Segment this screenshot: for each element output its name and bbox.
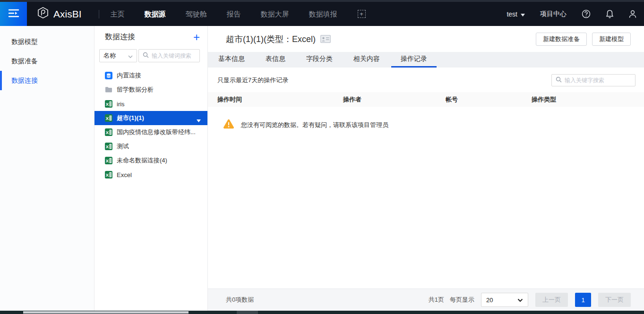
filter-field-select[interactable]: 名称 [99, 49, 137, 62]
excel-icon: X [105, 157, 112, 164]
panel-search-box [138, 49, 200, 62]
column-header: 操作者 [343, 95, 446, 104]
connection-item[interactable]: 内置连接 [94, 68, 207, 83]
nav-item[interactable]: 数据填报 [299, 2, 347, 26]
tab-表信息[interactable]: 表信息 [256, 52, 295, 68]
records-search-input[interactable] [565, 77, 631, 84]
search-icon [556, 76, 562, 85]
page-size-select[interactable]: 20 [481, 293, 528, 307]
main-area: 超市(1)(1)(类型：Excel) 新建数据准备 新建模型 基本信息表信息字段… [208, 26, 644, 311]
database-icon [105, 72, 112, 79]
pagination-footer: 共0项数据 共1页 每页显示 20 上一页 1 下一页 [208, 289, 644, 311]
nav-item[interactable]: 主页 [101, 2, 135, 26]
connection-item[interactable]: Xiris [94, 97, 207, 111]
connection-item[interactable]: 留学数据分析 [94, 83, 207, 97]
title-bar: 超市(1)(1)(类型：Excel) 新建数据准备 新建模型 [208, 26, 644, 52]
connection-item[interactable]: X超市(1)(1) [94, 111, 207, 125]
nav-menu: 主页数据源驾驶舱报告数据大屏数据填报 [101, 2, 347, 26]
connection-item-label: 国内疫情信息修改版带经纬... [117, 128, 196, 136]
notice-row: 只显示最近7天的操作记录 [208, 68, 644, 92]
nav-item[interactable]: 驾驶舱 [176, 2, 217, 26]
user-name: test [507, 10, 517, 18]
caret-down-icon[interactable] [197, 117, 201, 124]
top-navbar: AxisBI 主页数据源驾驶舱报告数据大屏数据填报 + test 项目中心 [0, 2, 644, 26]
connection-item[interactable]: X测试 [94, 139, 207, 153]
filter-field-label: 名称 [103, 51, 116, 60]
excel-icon: X [105, 100, 112, 108]
svg-text:X: X [106, 158, 109, 163]
horizontal-scrollbar [0, 311, 644, 314]
help-icon[interactable] [582, 9, 591, 18]
hamburger-icon [8, 8, 20, 20]
total-count: 共0项数据 [226, 296, 254, 304]
project-center-link[interactable]: 项目中心 [540, 10, 567, 18]
table-header-row: 操作时间操作者帐号操作类型 [208, 92, 644, 107]
sidebar-item[interactable]: 数据模型 [0, 32, 94, 51]
scrollbar-segment [237, 311, 258, 314]
sidebar: 数据模型数据准备数据连接 [0, 26, 94, 311]
brand-name: AxisBI [53, 8, 82, 20]
panel-title: 数据连接 [105, 32, 135, 42]
pagination-controls: 共1页 每页显示 20 上一页 1 下一页 [429, 293, 631, 307]
id-card-icon[interactable] [320, 35, 331, 43]
tab-基本信息[interactable]: 基本信息 [209, 52, 254, 68]
next-page-button[interactable]: 下一页 [598, 293, 631, 307]
current-page-button[interactable]: 1 [575, 293, 591, 307]
connection-list: 内置连接留学数据分析XirisX超市(1)(1)X国内疫情信息修改版带经纬...… [94, 68, 207, 182]
connection-item-label: 未命名数据连接(4) [117, 156, 167, 165]
excel-icon: X [105, 143, 112, 150]
connection-item[interactable]: X未命名数据连接(4) [94, 153, 207, 168]
empty-state: 您没有可阅览的数据。若有疑问，请联系该项目管理员 [208, 107, 644, 131]
user-avatar-icon[interactable] [629, 10, 636, 18]
connection-item-label: iris [117, 101, 125, 108]
excel-icon: X [105, 114, 112, 122]
folder-icon [105, 86, 112, 93]
notification-bell-icon[interactable] [606, 9, 614, 18]
app-body: 数据模型数据准备数据连接 数据连接 + 名称 内置连接留学数据分析XirisX超… [0, 26, 644, 311]
add-module-button[interactable]: + [358, 10, 366, 18]
connection-item-label: 留学数据分析 [117, 85, 154, 94]
notice-text: 只显示最近7天的操作记录 [217, 76, 288, 85]
prev-page-button[interactable]: 上一页 [535, 293, 568, 307]
connection-item-label: 超市(1)(1) [117, 114, 144, 122]
panel-search-row: 名称 [94, 42, 207, 62]
column-header: 操作类型 [532, 95, 556, 104]
tab-操作记录[interactable]: 操作记录 [391, 52, 437, 68]
scrollbar-thumb[interactable] [23, 311, 189, 314]
svg-text:X: X [106, 130, 109, 135]
content-area: 只显示最近7天的操作记录 操作时间操作者帐号操作类型 您没有可阅览的数据。若有疑… [208, 68, 644, 289]
new-model-button[interactable]: 新建模型 [592, 33, 631, 46]
nav-item[interactable]: 数据大屏 [251, 2, 299, 26]
connection-item-label: 内置连接 [117, 71, 141, 80]
chevron-down-icon [128, 52, 133, 59]
column-header: 操作时间 [217, 95, 343, 104]
user-menu[interactable]: test [507, 10, 525, 18]
tab-bar: 基本信息表信息字段分类相关内容操作记录 [208, 52, 644, 68]
sidebar-item[interactable]: 数据连接 [0, 71, 94, 90]
chevron-down-icon [517, 297, 523, 304]
plus-icon: + [360, 11, 363, 17]
caret-down-icon [521, 10, 525, 18]
connection-item[interactable]: X国内疫情信息修改版带经纬... [94, 125, 207, 139]
tab-相关内容[interactable]: 相关内容 [344, 52, 389, 68]
brand[interactable]: AxisBI [37, 7, 82, 21]
nav-item[interactable]: 数据源 [135, 2, 176, 26]
excel-icon: X [105, 171, 112, 178]
svg-text:X: X [106, 102, 109, 107]
empty-message: 您没有可阅览的数据。若有疑问，请联系该项目管理员 [241, 121, 388, 129]
add-connection-button[interactable]: + [193, 33, 200, 42]
new-data-prep-button[interactable]: 新建数据准备 [536, 33, 587, 46]
warning-icon [223, 119, 234, 131]
menu-toggle-button[interactable] [0, 2, 27, 26]
connection-item-label: Excel [117, 171, 132, 178]
tab-字段分类[interactable]: 字段分类 [297, 52, 342, 68]
title-actions: 新建数据准备 新建模型 [536, 33, 631, 46]
svg-text:X: X [106, 144, 109, 149]
column-header: 帐号 [446, 95, 532, 104]
nav-item[interactable]: 报告 [217, 2, 251, 26]
connection-item[interactable]: XExcel [94, 168, 207, 182]
navbar-right: test 项目中心 [507, 9, 644, 18]
panel-search-input[interactable] [152, 52, 196, 59]
records-search-box [551, 74, 635, 86]
sidebar-item[interactable]: 数据准备 [0, 51, 94, 71]
